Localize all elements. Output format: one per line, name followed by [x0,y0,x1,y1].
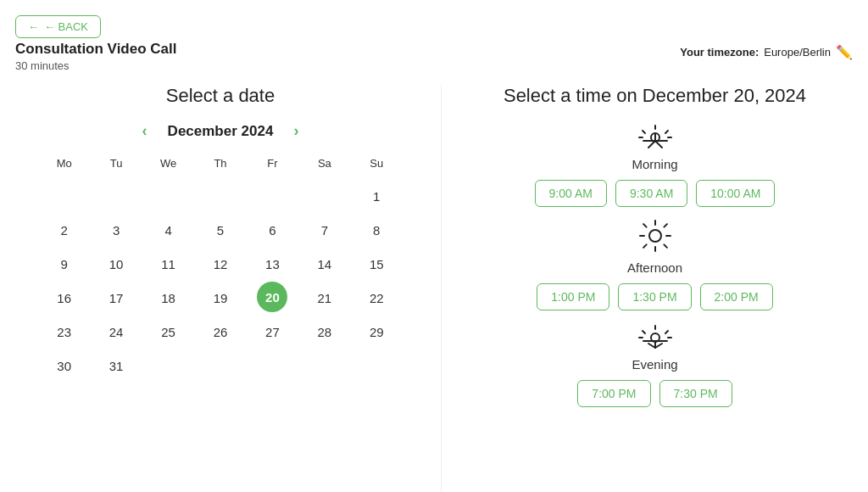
calendar-empty-cell [142,349,194,382]
edit-timezone-icon[interactable]: ✏️ [836,44,853,60]
svg-point-10 [649,230,661,242]
morning-label: Morning [632,157,677,171]
calendar-day[interactable]: 3 [90,214,142,246]
svg-line-18 [643,244,647,248]
back-label: ← BACK [44,20,88,33]
header-info: Consultation Video Call 30 minutes [15,41,176,72]
calendar-day[interactable]: 19 [194,282,246,314]
afternoon-slots: 1:00 PM1:30 PM2:00 PM [537,283,772,310]
time-slot-9-30-am[interactable]: 9:30 AM [615,180,687,207]
calendar-body: 1234567891011121314151617181920212223242… [38,180,403,382]
time-slot-2-00-pm[interactable]: 2:00 PM [700,283,773,310]
calendar-day[interactable]: 30 [38,349,90,382]
calendar-day[interactable]: 12 [194,248,246,280]
calendar-selected-day[interactable]: 20 [257,282,287,312]
sunset-icon [637,322,674,354]
time-period-afternoon: Afternoon1:00 PM1:30 PM2:00 PM [467,219,843,310]
sun-icon [638,219,672,257]
calendar-empty-cell [194,349,246,382]
day-header: Tu [90,154,142,173]
calendar-section: Select a date ‹ December 2024 › MoTuWeTh… [0,85,441,492]
calendar-day[interactable]: 23 [38,316,90,348]
sunrise-icon [637,122,674,154]
day-header: Su [351,154,403,173]
calendar-day[interactable]: 25 [142,316,194,348]
day-header: Fr [247,154,298,173]
time-slot-1-00-pm[interactable]: 1:00 PM [537,283,609,310]
afternoon-label: Afternoon [627,260,682,275]
calendar-day[interactable]: 10 [90,248,142,280]
calendar-day[interactable]: 15 [351,248,403,280]
evening-label: Evening [632,357,677,372]
month-label: December 2024 [168,123,274,140]
svg-line-28 [655,344,662,348]
calendar-day[interactable]: 2 [38,214,90,246]
svg-line-17 [664,224,667,227]
prev-month-button[interactable]: ‹ [137,120,153,142]
calendar-day[interactable]: 13 [247,248,298,280]
timezone-bar: Your timezone:Europe/Berlin ✏️ [680,44,853,60]
time-section-title: Select a time on December 20, 2024 [504,85,806,107]
svg-line-7 [665,131,668,133]
day-header: Th [194,154,246,173]
svg-line-15 [643,224,647,227]
day-header: Mo [38,154,90,173]
evening-slots: 7:00 PM7:30 PM [577,380,732,407]
calendar-day[interactable]: 29 [351,316,403,348]
svg-line-16 [664,244,667,248]
calendar-day[interactable]: 28 [298,316,350,348]
time-slot-7-00-pm[interactable]: 7:00 PM [577,380,650,407]
calendar-day[interactable]: 18 [142,282,194,314]
svg-line-6 [643,131,645,133]
calendar-empty-cell [90,180,142,212]
calendar-day[interactable]: 26 [194,316,246,348]
calendar-day[interactable]: 11 [142,248,194,280]
calendar-day[interactable]: 6 [247,214,298,246]
calendar-day[interactable]: 17 [90,282,142,314]
time-slot-10-00-am[interactable]: 10:00 AM [696,180,775,207]
calendar-week-row: 1 [38,180,403,212]
duration-label: 30 minutes [15,59,176,72]
svg-line-21 [643,331,645,333]
calendar-day[interactable]: 16 [38,282,90,314]
calendar-nav: ‹ December 2024 › [137,120,304,142]
time-slot-7-30-pm[interactable]: 7:30 PM [659,380,732,407]
main-layout: Select a date ‹ December 2024 › MoTuWeTh… [0,85,868,492]
time-period-evening: Evening7:00 PM7:30 PM [467,322,843,407]
time-section: Select a time on December 20, 2024 Morni… [441,85,868,492]
timezone-value: Europe/Berlin [764,46,831,59]
calendar-day[interactable]: 9 [38,248,90,280]
calendar-day[interactable]: 8 [351,214,403,246]
back-button[interactable]: ← ← BACK [15,15,101,38]
calendar-empty-cell [194,180,246,212]
calendar-day[interactable]: 27 [247,316,298,348]
time-period-morning: Morning9:00 AM9:30 AM10:00 AM [467,122,843,207]
calendar-header-row: MoTuWeThFrSaSu [38,154,403,173]
time-slot-1-30-pm[interactable]: 1:30 PM [618,283,691,310]
calendar-empty-cell [298,349,350,382]
timezone-label: Your timezone: [680,46,759,59]
calendar-day[interactable]: 5 [194,214,246,246]
calendar-empty-cell [247,349,298,382]
next-month-button[interactable]: › [288,120,303,142]
calendar-empty-cell [298,180,350,212]
calendar-day[interactable]: 24 [90,316,142,348]
svg-line-22 [665,331,668,333]
back-arrow-icon: ← [28,20,39,33]
day-header: We [142,154,194,173]
calendar-section-title: Select a date [166,85,275,107]
calendar-day[interactable]: 21 [298,282,350,314]
calendar-day[interactable]: 31 [90,349,142,382]
morning-slots: 9:00 AM9:30 AM10:00 AM [535,180,776,207]
calendar-empty-cell [38,180,90,212]
calendar-day[interactable]: 4 [142,214,194,246]
calendar-day[interactable]: 14 [298,248,350,280]
calendar-day[interactable]: 1 [351,180,403,212]
calendar-week-row: 16171819202122 [38,282,403,314]
page-title: Consultation Video Call [15,41,176,58]
calendar-grid: MoTuWeThFrSaSu 1234567891011121314151617… [38,154,403,383]
time-periods: Morning9:00 AM9:30 AM10:00 AM Afternoon1… [467,122,843,419]
calendar-day[interactable]: 7 [298,214,350,246]
time-slot-9-00-am[interactable]: 9:00 AM [535,180,607,207]
calendar-day[interactable]: 22 [351,282,403,314]
